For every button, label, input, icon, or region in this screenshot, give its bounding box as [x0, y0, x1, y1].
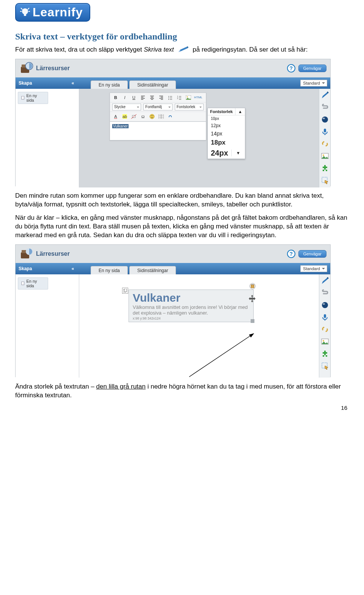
text-editor: B I U 12: [110, 93, 206, 140]
move-icon[interactable]: [248, 294, 256, 303]
svg-rect-1: [24, 14, 26, 16]
textcolor-icon[interactable]: A: [112, 113, 119, 120]
fontsize-option[interactable]: 24px: [208, 148, 231, 159]
svg-line-42: [189, 334, 254, 377]
svg-point-14: [168, 96, 169, 97]
svg-line-22: [131, 114, 136, 119]
italic-button[interactable]: I: [121, 94, 128, 101]
banner-title: Lärresurser: [36, 65, 70, 72]
plugin-tool-icon[interactable]: [321, 349, 329, 358]
svg-point-0: [22, 8, 28, 14]
app-banner: Lärresurser ? Genvägar: [16, 245, 330, 263]
link-tool-icon[interactable]: [321, 325, 329, 334]
align-center-icon[interactable]: [149, 94, 155, 101]
tab-page-settings[interactable]: Sidinställningar: [129, 80, 176, 89]
sidebar-item-newpage[interactable]: En ny sida: [18, 92, 48, 104]
ball-tool-icon[interactable]: [321, 301, 329, 309]
shortcuts-button[interactable]: Genvägar: [298, 250, 326, 258]
ball-tool-icon[interactable]: [321, 115, 329, 124]
bulb-icon: [20, 7, 30, 18]
picture-tool-icon[interactable]: [321, 337, 329, 346]
tab-page-settings[interactable]: Sidinställningar: [129, 266, 176, 275]
clip-tool-icon[interactable]: [321, 103, 329, 112]
sidebar-item-newpage[interactable]: En ny sida: [18, 277, 48, 290]
svg-rect-37: [22, 282, 24, 285]
textblock-meta: x:98 y:98 342x124: [133, 316, 249, 320]
edit-canvas[interactable]: B I U 12: [79, 89, 330, 187]
mic-tool-icon[interactable]: [321, 128, 329, 136]
font-size-select[interactable]: Fontstorlek: [175, 104, 204, 110]
fontsize-option[interactable]: 14px: [208, 129, 245, 138]
omega-icon[interactable]: Ω: [140, 113, 146, 120]
style-select[interactable]: Stycke: [112, 104, 141, 110]
svg-rect-41: [252, 284, 253, 285]
fontsize-option[interactable]: 10px: [208, 115, 245, 122]
svg-point-25: [152, 115, 153, 116]
tab-new-page[interactable]: En ny sida: [91, 80, 128, 89]
plugin-tool-icon[interactable]: [321, 164, 329, 172]
edit-canvas[interactable]: Vulkaner Välkomna till avsnittet om jord…: [79, 274, 330, 378]
tab-new-page[interactable]: En ny sida: [91, 266, 128, 275]
stripe-label: Skapa: [19, 266, 32, 271]
screenshot-editor: Lärresurser ? Genvägar Skapa « En ny sid…: [15, 59, 331, 186]
scroll-down-icon[interactable]: ▼: [231, 150, 245, 156]
page-number: 16: [15, 405, 349, 411]
help-icon[interactable]: ?: [287, 250, 295, 258]
tool-rail: [319, 274, 330, 378]
fontsize-option[interactable]: 12px: [208, 122, 245, 129]
paragraph-4: Ändra storlek på textrutan – den lilla g…: [15, 382, 349, 400]
stripe-label: Skapa: [19, 80, 32, 86]
editor-body[interactable]: Vulkaner: [110, 121, 206, 140]
align-right-icon[interactable]: [158, 94, 165, 101]
select-tool-icon[interactable]: [321, 362, 329, 370]
list-ol-icon[interactable]: 12: [176, 94, 183, 101]
svg-point-44: [323, 303, 325, 305]
clear-format-icon[interactable]: [130, 113, 137, 120]
pencil-tool-icon[interactable]: [321, 91, 329, 99]
bold-button[interactable]: B: [112, 94, 119, 101]
editor-text: Vulkaner: [112, 124, 129, 128]
smiley-icon[interactable]: [149, 113, 155, 120]
mic-tool-icon[interactable]: [321, 313, 329, 321]
textblock-body: Välkomna till avsnittet om jordens inre!…: [133, 304, 249, 316]
select-tool-icon[interactable]: [321, 176, 329, 184]
svg-rect-13: [22, 96, 24, 99]
screenshot-textblock: Lärresurser ? Genvägar Skapa « En ny sid…: [15, 244, 331, 377]
resize-handle[interactable]: [251, 319, 254, 323]
svg-point-32: [323, 154, 324, 156]
collapse-icon[interactable]: «: [69, 80, 76, 86]
align-left-icon[interactable]: [140, 94, 146, 101]
textblock-title: Vulkaner: [133, 292, 249, 304]
image-icon[interactable]: [185, 94, 192, 101]
movable-text-block[interactable]: Vulkaner Välkomna till avsnittet om jord…: [129, 290, 254, 322]
pencil-tool-icon[interactable]: [321, 277, 329, 285]
list-ul-icon[interactable]: [167, 94, 174, 101]
table-icon[interactable]: [158, 113, 165, 120]
page-icon: [21, 96, 25, 100]
layout-select[interactable]: Standard: [300, 265, 327, 272]
doc-heading: Skriva text – verktyget för ordbehandlin…: [15, 31, 349, 42]
hilite-icon[interactable]: ab: [121, 113, 128, 120]
annotation-arrow-icon: [174, 331, 273, 381]
banner-title: Lärresurser: [36, 250, 70, 257]
tool-rail: [319, 89, 330, 187]
copy-icon[interactable]: [122, 288, 128, 294]
layout-select[interactable]: Standard: [300, 80, 327, 87]
paragraph-2: Den mindre rutan som kommer upp fungerar…: [15, 192, 349, 209]
app-banner: Lärresurser ? Genvägar: [16, 59, 330, 77]
picture-tool-icon[interactable]: [321, 152, 329, 160]
clipboard-icon[interactable]: [249, 283, 256, 289]
font-family-select[interactable]: Fontfamilj: [143, 104, 172, 110]
link-tool-icon[interactable]: [321, 140, 329, 148]
fontsize-option[interactable]: 18px: [208, 138, 245, 148]
help-icon[interactable]: ?: [287, 64, 295, 72]
svg-point-20: [187, 96, 188, 97]
shortcuts-button[interactable]: Genvägar: [298, 65, 326, 72]
link-icon[interactable]: [167, 113, 174, 120]
collapse-icon[interactable]: «: [69, 266, 76, 271]
svg-line-3: [28, 8, 29, 9]
clip-tool-icon[interactable]: [321, 289, 329, 297]
scroll-up-icon[interactable]: ▲: [235, 108, 245, 115]
underline-button[interactable]: U: [130, 94, 137, 101]
html-button[interactable]: HTML: [194, 94, 202, 101]
